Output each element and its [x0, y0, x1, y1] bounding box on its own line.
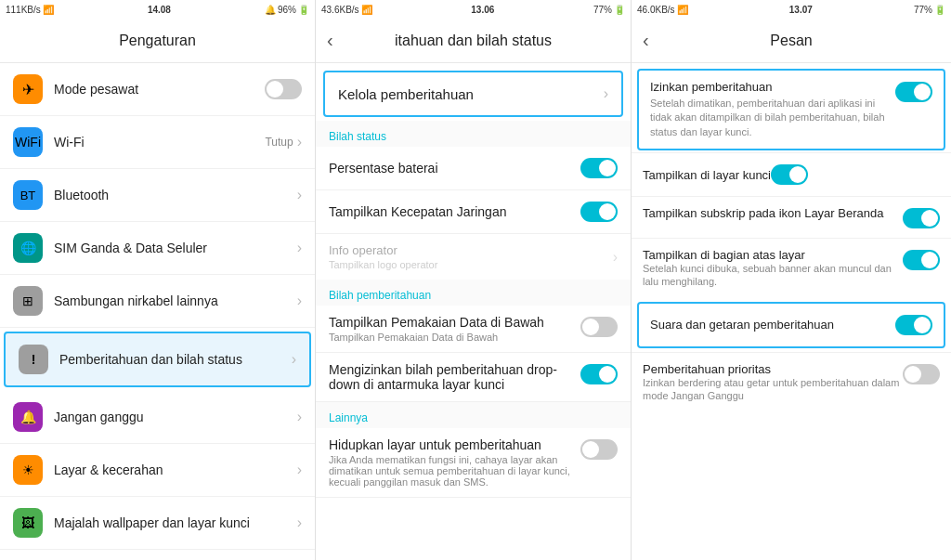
- battery-3: 77%: [914, 5, 932, 15]
- sim-icon: 🌐: [13, 233, 43, 263]
- signal-text-2: 43.6KB/s: [321, 5, 359, 15]
- row-suara[interactable]: Suara dan getaran pemberitahuan: [639, 304, 944, 346]
- wallpaper-chevron: ›: [297, 514, 302, 531]
- bagian-atas-sub: Setelah kunci dibuka, sebuah banner akan…: [643, 262, 903, 289]
- pemberitahuan-text: Pemberitahuan dan bilah status: [59, 352, 292, 367]
- time-1: 14.08: [148, 5, 171, 15]
- kecepatan-toggle[interactable]: [580, 202, 618, 222]
- status-left-2: 43.6KB/s 📶: [321, 5, 372, 15]
- status-right-3: 77% 🔋: [914, 5, 945, 15]
- jangan-ganggu-text: Jangan ganggu: [54, 410, 297, 424]
- izinkan-label: Izinkan pemberitahuan: [650, 80, 895, 94]
- bilah-dropdown-text: Mengizinkan bilah pemberitahuan drop-dow…: [329, 362, 580, 392]
- persentase-label: Persentase baterai: [329, 161, 580, 176]
- row-layar[interactable]: ☀ Layar & kecerahan ›: [0, 444, 315, 497]
- status-bar-2: 43.6KB/s 📶 13.06 77% 🔋: [316, 0, 631, 19]
- bluetooth-icon: BT: [13, 180, 43, 210]
- panel3-content: Izinkan pemberitahuan Setelah dimatikan,…: [632, 63, 951, 560]
- row-izinkan[interactable]: Izinkan pemberitahuan Setelah dimatikan,…: [639, 71, 944, 149]
- subskrip-label: Tampilkan subskrip pada ikon Layar Beran…: [643, 206, 903, 220]
- row-wifi[interactable]: WiFi Wi-Fi Tutup ›: [0, 116, 315, 169]
- bagian-atas-col: Tampilkan di bagian atas layar Setelah k…: [643, 248, 903, 289]
- wifi-text: Wi-Fi: [54, 135, 265, 150]
- hidupkan-layar-toggle[interactable]: [580, 439, 618, 460]
- row-pemberitahuan[interactable]: ! Pemberitahuan dan bilah status ›: [6, 333, 309, 385]
- row-jangan-ganggu[interactable]: 🔔 Jangan ganggu ›: [0, 391, 315, 444]
- kelola-chevron: ›: [604, 85, 608, 102]
- prioritas-col: Pemberitahuan prioritas Izinkan berderin…: [643, 362, 903, 403]
- panel2-title: itahuan dan bilah status: [395, 33, 552, 49]
- row-bagian-atas[interactable]: Tampilkan di bagian atas layar Setelah k…: [632, 238, 951, 298]
- izinkan-sub: Setelah dimatikan, pemberitahuan dari ap…: [650, 97, 895, 139]
- suara-label: Suara dan getaran pemberitahuan: [650, 318, 895, 332]
- row-sambungan[interactable]: ⊞ Sambungan nirkabel lainnya ›: [0, 275, 315, 328]
- row-hidupkan-layar[interactable]: Hidupkan layar untuk pemberitahuan Jika …: [316, 428, 631, 498]
- row-prioritas[interactable]: Pemberitahuan prioritas Izinkan berderin…: [632, 352, 951, 412]
- row-sim[interactable]: 🌐 SIM Ganda & Data Seluler ›: [0, 222, 315, 275]
- layar-kunci-toggle[interactable]: [771, 164, 808, 185]
- panel-pengaturan: 111KB/s 📶 14.08 🔔 96% 🔋 Pengaturan ✈ Mod…: [0, 0, 316, 560]
- row-subskrip[interactable]: Tampilkan subskrip pada ikon Layar Beran…: [632, 196, 951, 238]
- battery-2: 77%: [593, 5, 612, 15]
- time-2: 13.06: [471, 5, 494, 15]
- panel2-content: Kelola pemberitahuan › Bilah status Pers…: [316, 63, 631, 560]
- screen-icon: ☀: [13, 455, 43, 485]
- battery-bar-1: 🔋: [298, 5, 309, 15]
- battery-1: 96%: [278, 5, 296, 15]
- row-bilah-dropdown[interactable]: Mengizinkan bilah pemberitahuan drop-dow…: [316, 353, 631, 402]
- signal-bars-1: 📶: [43, 5, 54, 15]
- sim-chevron: ›: [297, 240, 302, 256]
- row-mode-pesawat[interactable]: ✈ Mode pesawat: [0, 63, 315, 116]
- row-kecepatan[interactable]: Tampilkan Kecepatan Jaringan: [316, 190, 631, 234]
- info-operator-label: Info operator: [329, 243, 613, 257]
- row-wallpaper[interactable]: 🖼 Majalah wallpaper dan layar kunci ›: [0, 497, 315, 550]
- panel-pesan: 46.0KB/s 📶 13.07 77% 🔋 ‹ Pesan Izinkan p…: [632, 0, 951, 560]
- sim-label: SIM Ganda & Data Seluler: [54, 241, 297, 255]
- layar-kunci-label: Tampilkan di layar kunci: [643, 168, 771, 182]
- wifi-chevron: ›: [297, 134, 302, 150]
- signal-bars-2: 📶: [361, 5, 372, 15]
- row-persentase[interactable]: Persentase baterai: [316, 147, 631, 190]
- section-bilah-status: Bilah status: [316, 121, 631, 147]
- info-operator-sub: Tampilkan logo operator: [329, 259, 613, 270]
- pemakaian-data-label: Tampilkan Pemakaian Data di Bawah: [329, 315, 580, 330]
- donotdisturb-icon: 🔔: [13, 402, 43, 432]
- highlight-box-suara: Suara dan getaran pemberitahuan: [637, 302, 945, 348]
- panel3-title: Pesan: [770, 33, 812, 49]
- sambungan-label: Sambungan nirkabel lainnya: [54, 293, 297, 308]
- pemakaian-data-sub: Tampilkan Pemakaian Data di Bawah: [329, 332, 580, 343]
- bilah-dropdown-toggle[interactable]: [580, 364, 618, 384]
- status-bar-3: 46.0KB/s 📶 13.07 77% 🔋: [632, 0, 951, 19]
- back-icon-3[interactable]: ‹: [643, 30, 649, 51]
- row-bluetooth[interactable]: BT Bluetooth ›: [0, 169, 315, 222]
- time-3: 13.07: [789, 5, 813, 15]
- mode-pesawat-toggle[interactable]: [265, 79, 302, 99]
- kecepatan-text: Tampilkan Kecepatan Jaringan: [329, 204, 580, 219]
- wifi-value: Tutup: [265, 136, 293, 149]
- signal-bars-3: 📶: [677, 5, 688, 15]
- battery-icon-1: 🔔: [265, 5, 276, 15]
- airplane-icon: ✈: [13, 74, 43, 104]
- battery-bar-3: 🔋: [934, 5, 945, 15]
- izinkan-toggle[interactable]: [895, 82, 932, 102]
- panel1-header: Pengaturan: [0, 19, 315, 63]
- status-left-1: 111KB/s 📶: [6, 5, 54, 15]
- persentase-toggle[interactable]: [580, 158, 618, 178]
- prioritas-toggle[interactable]: [903, 364, 940, 384]
- sim-text: SIM Ganda & Data Seluler: [54, 241, 297, 255]
- kelola-row[interactable]: Kelola pemberitahuan ›: [323, 71, 623, 117]
- pemakaian-data-toggle[interactable]: [580, 317, 618, 337]
- back-icon-2[interactable]: ‹: [327, 30, 333, 51]
- izinkan-text: Izinkan pemberitahuan Setelah dimatikan,…: [650, 80, 895, 139]
- battery-bar-2: 🔋: [614, 5, 625, 15]
- row-layar-kunci[interactable]: Tampilkan di layar kunci: [632, 152, 951, 196]
- highlight-box-izinkan: Izinkan pemberitahuan Setelah dimatikan,…: [637, 69, 945, 150]
- subskrip-toggle[interactable]: [903, 208, 940, 228]
- bagian-atas-toggle[interactable]: [903, 250, 940, 270]
- row-pemakaian-data[interactable]: Tampilkan Pemakaian Data di Bawah Tampil…: [316, 306, 631, 353]
- wifi-label: Wi-Fi: [54, 135, 265, 150]
- row-info-operator[interactable]: Info operator Tampilkan logo operator ›: [316, 234, 631, 280]
- panel3-header: ‹ Pesan: [632, 19, 951, 63]
- bluetooth-text: Bluetooth: [54, 188, 297, 202]
- suara-toggle[interactable]: [895, 315, 932, 335]
